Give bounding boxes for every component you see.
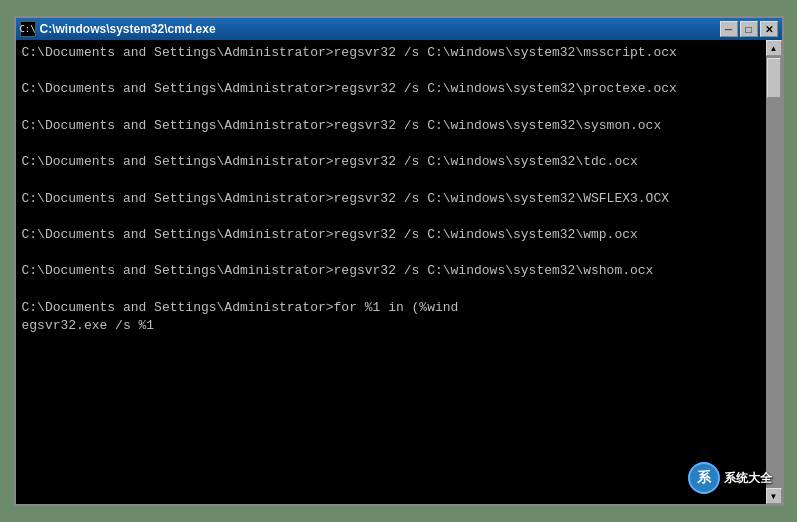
window-body: C:\Documents and Settings\Administrator>… bbox=[16, 40, 782, 504]
watermark-text: 系统大全 bbox=[724, 470, 772, 487]
watermark-logo: 系 bbox=[688, 462, 720, 494]
scroll-up-arrow[interactable]: ▲ bbox=[766, 40, 782, 56]
cmd-window: C:\ C:\windows\system32\cmd.exe ─ □ ✕ C:… bbox=[14, 16, 784, 506]
titlebar: C:\ C:\windows\system32\cmd.exe ─ □ ✕ bbox=[16, 18, 782, 40]
scrollbar-track[interactable] bbox=[766, 56, 782, 488]
window-icon: C:\ bbox=[20, 21, 36, 37]
terminal-output: C:\Documents and Settings\Administrator>… bbox=[16, 40, 766, 504]
watermark: 系 系统大全 bbox=[688, 462, 772, 494]
minimize-button[interactable]: ─ bbox=[720, 21, 738, 37]
scrollbar-thumb[interactable] bbox=[767, 58, 781, 98]
scrollbar[interactable]: ▲ ▼ bbox=[766, 40, 782, 504]
window-title: C:\windows\system32\cmd.exe bbox=[40, 22, 720, 36]
close-button[interactable]: ✕ bbox=[760, 21, 778, 37]
titlebar-buttons: ─ □ ✕ bbox=[720, 21, 778, 37]
restore-button[interactable]: □ bbox=[740, 21, 758, 37]
